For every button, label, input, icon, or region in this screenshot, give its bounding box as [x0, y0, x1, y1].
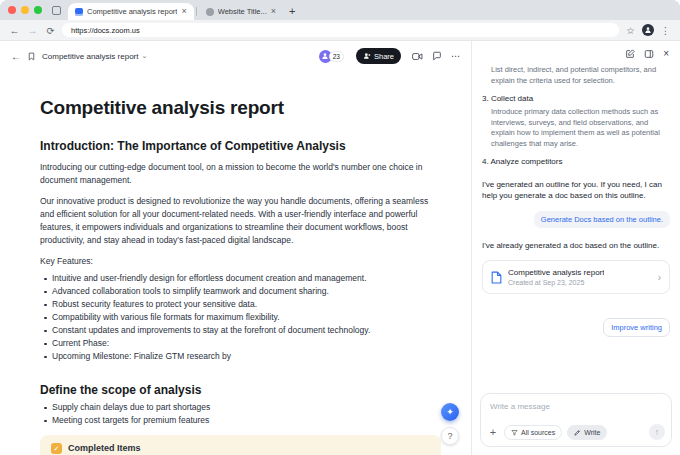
collaborators[interactable]: 23	[319, 50, 344, 63]
person-add-icon	[363, 52, 371, 60]
back-icon[interactable]: ←	[8, 25, 21, 36]
improve-writing-button[interactable]: Improve writing	[603, 318, 670, 337]
chevron-right-icon: ›	[658, 272, 661, 283]
zoom-docs-app: ← Competitive analysis report ⌄ 23 Share	[0, 41, 680, 455]
address-bar[interactable]: https://docs.zoom.us	[62, 23, 619, 37]
funnel-icon	[511, 429, 518, 436]
features-label: Key Features:	[40, 255, 441, 268]
write-mode-chip[interactable]: Write	[567, 425, 607, 440]
pencil-icon	[574, 429, 581, 436]
bookmark-star-icon[interactable]: ☆	[624, 25, 637, 36]
generate-docs-button[interactable]: Generate Docs based on the outline.	[534, 211, 670, 228]
tab-title: Website Title...	[218, 7, 267, 16]
outline-item-text: Introduce primary data collection method…	[491, 107, 670, 149]
composer-toolbar: + All sources Write ↑	[487, 424, 665, 440]
feature-item: Advanced collaboration tools to simplify…	[40, 285, 441, 298]
browser-profile-avatar[interactable]	[642, 24, 654, 36]
minimize-window-button[interactable]	[21, 6, 29, 14]
person-icon	[644, 26, 652, 34]
reload-icon[interactable]: ⟳	[44, 25, 57, 36]
ai-assistant-panel: × List direct, indirect, and potential c…	[472, 41, 680, 455]
feature-item: Robust security features to protect your…	[40, 298, 441, 311]
doc-title-heading: Competitive analysis report	[40, 97, 441, 119]
assistant-message: I've generated an outline for you. If yo…	[482, 179, 670, 201]
panel-header: ×	[472, 41, 680, 67]
collapse-panel-icon[interactable]	[644, 49, 654, 59]
scope-item: Supply chain delays due to part shortage…	[40, 401, 441, 414]
send-message-button[interactable]: ↑	[649, 424, 665, 440]
browser-tab-active[interactable]: Competitive analysis report ×	[68, 3, 194, 20]
callout-title: Completed Items	[68, 443, 141, 453]
tab-close-icon[interactable]: ×	[181, 7, 186, 16]
ai-companion-button[interactable]: ✦	[441, 403, 459, 421]
feature-item: Current Phase:	[40, 337, 441, 350]
doc-back-icon[interactable]: ←	[11, 51, 21, 62]
browser-toolbar: ← → ⟳ https://docs.zoom.us ☆ ⋮	[0, 20, 680, 41]
new-chat-icon[interactable]	[625, 49, 635, 59]
doc-title-dropdown[interactable]: Competitive analysis report ⌄	[42, 52, 147, 61]
document-column: ← Competitive analysis report ⌄ 23 Share	[0, 41, 472, 455]
doc-card-title: Competitive analysis report	[508, 268, 604, 277]
outline-item-text: List direct, indirect, and potential com…	[491, 67, 670, 86]
message-composer[interactable]: Write a message + All sources Write ↑	[480, 393, 672, 447]
scope-list: Supply chain delays due to part shortage…	[40, 401, 441, 427]
completed-items-callout[interactable]: ✓ Completed Items	[40, 435, 441, 455]
browser-menu-icon[interactable]: ⋮	[659, 25, 672, 36]
message-input[interactable]: Write a message	[481, 394, 671, 411]
video-call-icon[interactable]	[412, 52, 423, 61]
feature-item: Upcoming Milestone: Finalize GTM researc…	[40, 350, 441, 363]
chat-history[interactable]: List direct, indirect, and potential com…	[472, 67, 680, 389]
intro-paragraph: Introducing our cutting-edge document to…	[40, 161, 441, 187]
document-canvas[interactable]: Competitive analysis report Introduction…	[0, 71, 471, 455]
tab-divider	[196, 7, 197, 16]
docs-favicon-icon	[75, 8, 83, 16]
intro-heading: Introduction: The Importance of Competit…	[40, 139, 441, 153]
close-panel-icon[interactable]: ×	[663, 49, 669, 59]
document-header: ← Competitive analysis report ⌄ 23 Share	[0, 41, 471, 71]
close-window-button[interactable]	[8, 6, 16, 14]
tab-title: Competitive analysis report	[87, 7, 177, 16]
doc-card-subtitle: Created at Sep 23, 2025	[508, 279, 604, 286]
outline-item-title: 4. Analyze competitors	[482, 157, 670, 167]
intro-paragraph: Our innovative product is designed to re…	[40, 195, 441, 247]
feature-item: Compatibility with various file formats …	[40, 311, 441, 324]
share-button[interactable]: Share	[356, 48, 401, 64]
generated-doc-card[interactable]: Competitive analysis report Created at S…	[482, 260, 670, 294]
scope-item: Meeting cost targets for premium feature…	[40, 414, 441, 427]
scope-heading: Define the scope of analysis	[40, 383, 441, 397]
all-sources-filter[interactable]: All sources	[504, 425, 562, 440]
help-button[interactable]: ?	[441, 427, 459, 445]
chevron-down-icon: ⌄	[141, 52, 147, 60]
attach-plus-icon[interactable]: +	[487, 426, 499, 438]
comments-icon[interactable]	[432, 51, 442, 61]
assistant-message: I've already generated a doc based on th…	[482, 240, 670, 251]
forward-icon: →	[26, 25, 39, 36]
collaborator-count-badge: 23	[329, 51, 344, 62]
tab-close-icon[interactable]: ×	[271, 7, 276, 16]
browser-window: Competitive analysis report × Website Ti…	[0, 0, 680, 455]
feature-item: Constant updates and improvements to sta…	[40, 324, 441, 337]
new-tab-button[interactable]: +	[289, 5, 295, 17]
url-text: https://docs.zoom.us	[71, 26, 140, 35]
bookmark-icon[interactable]	[27, 52, 36, 61]
browser-tab-inactive[interactable]: Website Title... ×	[199, 3, 283, 20]
tab-overview-icon[interactable]	[52, 6, 61, 15]
tab-strip: Competitive analysis report × Website Ti…	[0, 0, 680, 20]
document-icon	[491, 271, 502, 284]
outline-item-title: 3. Collect data	[482, 94, 670, 104]
feature-item: Intuitive and user-friendly design for e…	[40, 272, 441, 285]
doc-card-texts: Competitive analysis report Created at S…	[508, 268, 604, 286]
window-controls	[8, 0, 42, 20]
zoom-window-button[interactable]	[34, 6, 42, 14]
doc-more-icon[interactable]: ⋯	[451, 51, 460, 61]
features-list: Intuitive and user-friendly design for e…	[40, 272, 441, 363]
globe-favicon-icon	[206, 8, 214, 16]
completed-items-icon: ✓	[51, 443, 62, 454]
